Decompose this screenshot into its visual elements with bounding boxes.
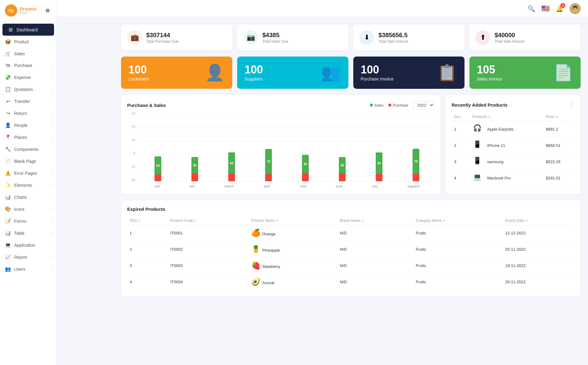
sidebar-item-components[interactable]: 🔧 Components	[0, 143, 57, 155]
bar-red	[339, 173, 346, 181]
color-card-suppliers[interactable]: 100 Suppliers 👥	[237, 57, 348, 89]
x-label-Jan: Jan	[155, 184, 160, 188]
nav-icon-forms: 📝	[5, 218, 11, 224]
product-name-cell: 📱 samsung	[470, 154, 543, 170]
settings-icon[interactable]: ⚙	[44, 6, 52, 14]
bar-value-green: 70	[414, 160, 417, 163]
search-icon[interactable]: 🔍	[527, 5, 535, 12]
expired-category: Fruits	[414, 241, 503, 257]
nav-icon-error-pages: ⚠️	[5, 170, 11, 176]
sidebar-item-elements[interactable]: ✨ Elements ›	[0, 179, 57, 191]
bar-group-june: 45	[339, 157, 346, 181]
sidebar-item-icons[interactable]: 🎨 Icons ›	[0, 203, 57, 215]
expired-sno: 1	[127, 225, 168, 241]
sidebar-item-transfer[interactable]: ↩ Transfer ›	[0, 95, 57, 107]
chevron-icon: ›	[50, 183, 52, 187]
color-card-number: 105	[477, 64, 502, 75]
sidebar-item-return[interactable]: ↪ Return ›	[0, 107, 57, 119]
stat-card-total-purchase-due: 💼 $307144 Total Purchase Due	[121, 25, 232, 50]
sidebar-item-users[interactable]: 👥 Users ›	[0, 263, 57, 275]
color-card-purchase-invoice[interactable]: 100 Purchase Invoice 📋	[353, 57, 465, 89]
products-col-header[interactable]: Products ⇅	[470, 113, 543, 121]
product-name-cell: 🎧 Apple Earpods	[470, 121, 543, 137]
bar-group-may: 50	[302, 155, 309, 181]
sidebar-item-table[interactable]: 📊 Table ›	[0, 227, 57, 239]
flag-icon[interactable]: 🇺🇸	[541, 5, 550, 13]
nav-label-icons: Icons	[14, 207, 24, 212]
sidebar-item-people[interactable]: 👤 People ›	[0, 119, 57, 131]
table-row: 4 IT0004 🥑Avocat N/D Fruits 20-11-2022	[127, 274, 574, 290]
price-col-header[interactable]: Price ⇅	[543, 113, 574, 121]
nav-icon-icons: 🎨	[5, 206, 11, 212]
purchase-legend-dot	[388, 104, 391, 107]
sidebar-item-dashboard[interactable]: ⊞ Dashboard	[2, 24, 54, 36]
year-select[interactable]: 2022 2021 2020	[413, 101, 434, 109]
bar-green: 70	[265, 149, 272, 174]
stat-card-total-sales-due: 📷 $4385 Total Sales Due	[237, 25, 348, 50]
sidebar-item-purchase[interactable]: 🛍 Purchase ›	[0, 60, 57, 71]
sidebar-item-quotation[interactable]: 📋 Quotation ›	[0, 83, 57, 95]
x-label-feb: feb	[190, 184, 194, 188]
bar-group-Jan: 50	[155, 156, 161, 181]
stat-card-amount: $307144	[146, 32, 178, 39]
product-price: $522.29	[543, 154, 574, 170]
chevron-icon: ›	[50, 76, 52, 79]
sidebar-item-error-pages[interactable]: ⚠️ Error Pages ›	[0, 167, 57, 179]
product-name-cell: 📱 iPhone 11	[470, 137, 543, 154]
sidebar-item-blank-page[interactable]: 📄 Blank Page	[0, 155, 57, 167]
color-card-customers[interactable]: 100 Customers 👤	[121, 57, 232, 89]
color-card-icon: 📄	[553, 63, 573, 82]
nav-icon-expense: 💸	[5, 74, 11, 80]
brand-name-header[interactable]: Brand Name ⇅	[337, 217, 413, 225]
sidebar-item-charts[interactable]: 📊 Charts ›	[0, 191, 57, 203]
nav-icon-elements: ✨	[5, 182, 11, 188]
expired-code: IT0003	[168, 257, 249, 274]
logo[interactable]: 🛍 Dreams POS ⚙	[0, 0, 57, 21]
color-card-number: 100	[361, 64, 394, 75]
category-name-header[interactable]: Category Name ⇅	[414, 217, 503, 225]
expired-sno: 2	[127, 241, 168, 257]
sidebar-item-application[interactable]: 💻 Application ›	[0, 239, 57, 251]
avatar[interactable]: 👨	[570, 3, 581, 14]
stat-card-label: Total Purchase Due	[146, 39, 178, 44]
sidebar-item-sales[interactable]: 🛒 Sales ›	[0, 48, 57, 60]
nav-label-places: Places	[14, 135, 27, 140]
notifications[interactable]: 🔔 4	[556, 5, 563, 12]
sales-legend-dot	[370, 104, 373, 107]
product-name-header[interactable]: Product Name ⇅	[249, 217, 338, 225]
expiry-date-header[interactable]: Expiry Date ⇅	[503, 217, 574, 225]
bar-value-green: 50	[156, 164, 159, 167]
stat-card-amount: $385656.5	[378, 32, 408, 39]
sidebar-item-forms[interactable]: 📝 Forms ›	[0, 215, 57, 227]
color-card-sales-invoice[interactable]: 105 Sales Invoice 📄	[469, 57, 581, 89]
product-sno: 4	[452, 170, 470, 186]
sidebar-item-places[interactable]: 📍 Places ›	[0, 131, 57, 143]
expired-products-card: Expired Products SNo ⇅ Product Code ⇅ Pr…	[121, 200, 581, 296]
chevron-icon: ›	[50, 64, 52, 67]
bar-red	[191, 173, 198, 181]
x-label-april: april	[264, 184, 270, 188]
nav-label-charts: Charts	[14, 195, 27, 200]
stat-card-icon: 📷	[243, 30, 258, 45]
sidebar-item-expense[interactable]: 💸 Expense ›	[0, 71, 57, 83]
x-labels: Janfebmarchaprilmayjunejulyauguest	[139, 184, 434, 188]
sidebar-item-report[interactable]: 📈 Report ›	[0, 251, 57, 263]
more-options-icon[interactable]: ⋮	[568, 101, 574, 108]
table-row: 4 💻 Macbook Pro $291.01	[452, 170, 574, 186]
sidebar-item-product[interactable]: 📦 Product ›	[0, 36, 57, 48]
products-title: Recently Added Products	[452, 102, 508, 108]
x-label-auguest: auguest	[407, 184, 419, 188]
nav-icon-quotation: 📋	[5, 86, 11, 92]
product-emoji: 🍍	[251, 245, 261, 253]
chevron-icon: ›	[50, 243, 52, 247]
expired-brand: N/D	[337, 274, 413, 290]
chevron-icon: ›	[50, 219, 52, 223]
product-name: Macbook Pro	[487, 176, 511, 180]
product-name: iPhone 11	[487, 143, 505, 148]
bar-value-green: 60	[377, 162, 381, 165]
product-code-header[interactable]: Product Code ⇅	[168, 217, 249, 225]
nav-icon-transfer: ↩	[5, 98, 11, 104]
sidebar: 🛍 Dreams POS ⚙ ⊞ Dashboard 📦 Product › 🛒…	[0, 0, 57, 365]
product-sno: 1	[452, 121, 470, 137]
bar-group-march: 60	[228, 152, 235, 181]
